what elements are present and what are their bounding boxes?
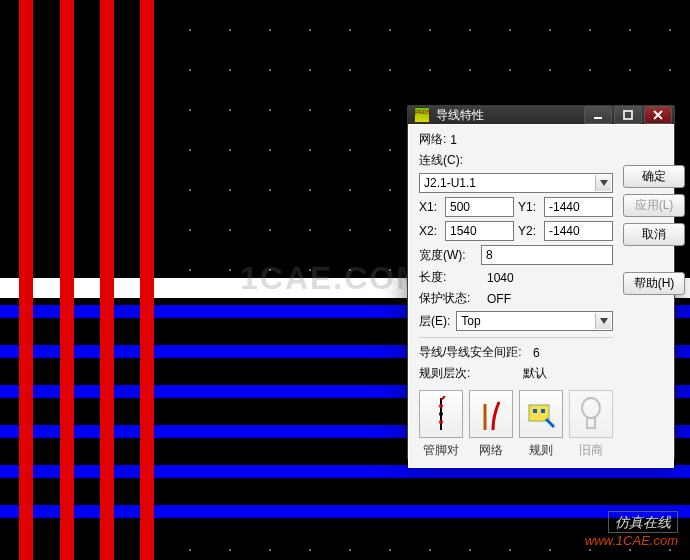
y2-label: Y2: (518, 224, 540, 238)
protect-label: 保护状态: (419, 290, 477, 307)
net-caption: 网络 (469, 442, 513, 459)
svg-point-3 (439, 412, 443, 416)
minimize-button[interactable] (584, 106, 612, 124)
y1-input[interactable]: -1440 (544, 197, 613, 217)
svg-rect-5 (529, 405, 549, 421)
svg-rect-0 (594, 117, 602, 119)
trace-properties-dialog: PADS 导线特性 网络: 1 连线(C): J2.1-U1.1 (407, 105, 675, 460)
rule-caption: 规则 (519, 442, 563, 459)
svg-point-8 (582, 398, 600, 418)
clearance-label: 导线/导线安全间距: (419, 344, 529, 361)
watermark-url: www.1CAE.com (585, 533, 678, 550)
width-input[interactable]: 8 (481, 245, 613, 265)
layer-value: Top (461, 314, 480, 328)
connection-label: 连线(C): (419, 152, 463, 169)
chevron-down-icon (595, 175, 611, 191)
watermark-tag: 仿真在线 (608, 511, 678, 533)
svg-rect-6 (533, 409, 537, 413)
layer-label: 层(E): (419, 313, 450, 330)
clearance-value: 6 (533, 346, 540, 360)
length-value: 1040 (481, 271, 613, 285)
trace-vertical (19, 0, 33, 560)
chevron-down-icon (595, 313, 611, 329)
rule-layer-value: 默认 (523, 365, 547, 382)
rule-icon-button[interactable] (519, 390, 563, 438)
x1-input[interactable]: 500 (445, 197, 514, 217)
net-icon-button[interactable] (469, 390, 513, 438)
width-label: 宽度(W): (419, 247, 477, 264)
separator (419, 337, 613, 338)
svg-rect-1 (624, 111, 632, 119)
trace-vertical (140, 0, 154, 560)
trace-vertical (60, 0, 74, 560)
ok-button[interactable]: 确定 (623, 165, 685, 188)
svg-point-4 (439, 420, 443, 424)
net-value: 1 (450, 133, 457, 147)
titlebar[interactable]: PADS 导线特性 (408, 106, 674, 124)
trace-vertical (100, 0, 114, 560)
x2-label: X2: (419, 224, 441, 238)
protect-value: OFF (481, 292, 613, 306)
window-title: 导线特性 (436, 107, 584, 124)
reason-icon-button[interactable] (569, 390, 613, 438)
pinpair-caption: 管脚对 (419, 442, 463, 459)
connection-combo[interactable]: J2.1-U1.1 (419, 173, 613, 193)
x2-input[interactable]: 1540 (445, 221, 514, 241)
svg-rect-9 (587, 418, 595, 428)
x1-label: X1: (419, 200, 441, 214)
app-icon: PADS (414, 107, 430, 123)
cancel-button[interactable]: 取消 (623, 223, 685, 246)
pinpair-icon-button[interactable] (419, 390, 463, 438)
rule-layer-label: 规则层次: (419, 365, 479, 382)
svg-point-2 (439, 404, 443, 408)
help-button[interactable]: 帮助(H) (623, 272, 685, 295)
watermark-center: 1CAE.COM (240, 260, 425, 297)
length-label: 长度: (419, 269, 477, 286)
maximize-button[interactable] (614, 106, 642, 124)
apply-button[interactable]: 应用(L) (623, 194, 685, 217)
reason-caption: 旧商 (569, 442, 613, 459)
watermark-bottom: 仿真在线 www.1CAE.com (585, 511, 678, 550)
net-label: 网络: (419, 131, 446, 148)
y2-input[interactable]: -1440 (544, 221, 613, 241)
svg-rect-7 (541, 409, 545, 413)
y1-label: Y1: (518, 200, 540, 214)
connection-value: J2.1-U1.1 (424, 176, 476, 190)
layer-combo[interactable]: Top (456, 311, 613, 331)
close-button[interactable] (644, 106, 672, 124)
